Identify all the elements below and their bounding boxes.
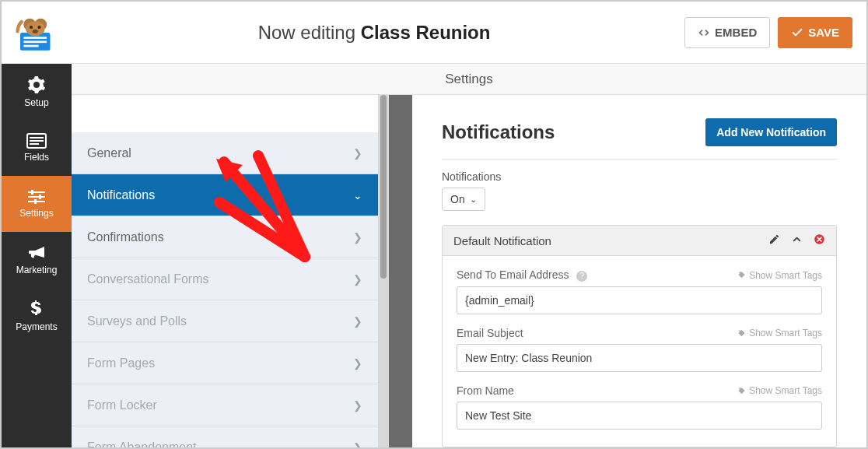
submenu-confirmations[interactable]: Confirmations ❯ bbox=[72, 216, 378, 258]
list-icon bbox=[26, 133, 47, 149]
submenu-label: Notifications bbox=[87, 188, 155, 202]
from-name-input[interactable] bbox=[457, 402, 822, 430]
nav-label: Settings bbox=[19, 208, 53, 219]
svg-rect-1 bbox=[23, 37, 47, 39]
nav-marketing[interactable]: Marketing bbox=[2, 232, 72, 288]
svg-point-8 bbox=[37, 25, 40, 28]
svg-rect-18 bbox=[39, 195, 41, 199]
notifications-toggle[interactable]: On ⌄ bbox=[442, 188, 485, 211]
nav-label: Marketing bbox=[16, 265, 58, 275]
logo bbox=[2, 11, 72, 54]
chevron-right-icon: ❯ bbox=[353, 273, 362, 286]
tag-icon bbox=[737, 387, 746, 395]
scrollbar-thumb[interactable] bbox=[380, 95, 387, 279]
svg-rect-19 bbox=[34, 199, 37, 204]
nav-label: Fields bbox=[24, 152, 49, 163]
tag-icon bbox=[737, 329, 746, 338]
submenu-surveys[interactable]: Surveys and Polls ❯ bbox=[72, 300, 378, 342]
editing-prefix: Now editing bbox=[258, 22, 355, 43]
save-button[interactable]: SAVE bbox=[778, 17, 852, 48]
chevron-right-icon: ❯ bbox=[353, 147, 362, 160]
nav-payments[interactable]: Payments bbox=[2, 288, 72, 344]
smart-tags-link[interactable]: Show Smart Tags bbox=[737, 385, 822, 396]
chevron-right-icon: ❯ bbox=[353, 399, 362, 412]
smart-tags-link[interactable]: Show Smart Tags bbox=[737, 270, 822, 281]
nav-label: Payments bbox=[16, 321, 57, 332]
submenu-formpages[interactable]: Form Pages ❯ bbox=[72, 342, 378, 384]
svg-rect-13 bbox=[30, 143, 39, 145]
submenu-label: Surveys and Polls bbox=[87, 314, 187, 328]
svg-point-9 bbox=[33, 29, 38, 33]
svg-point-7 bbox=[30, 25, 33, 28]
submenu-conversational[interactable]: Conversational Forms ❯ bbox=[72, 258, 378, 300]
chevron-right-icon: ❯ bbox=[353, 231, 362, 244]
svg-point-6 bbox=[26, 21, 45, 36]
smart-tags-link[interactable]: Show Smart Tags bbox=[737, 328, 822, 339]
code-icon bbox=[698, 26, 710, 39]
svg-rect-2 bbox=[23, 40, 47, 43]
settings-submenu: General ❯ Notifications ⌄ Confirmations … bbox=[72, 95, 389, 447]
chevron-down-icon: ⌄ bbox=[353, 189, 362, 202]
nav-label: Setup bbox=[24, 97, 48, 108]
svg-rect-14 bbox=[28, 191, 45, 193]
notification-card: Default Notification bbox=[442, 225, 837, 447]
subject-label: Email Subject bbox=[457, 327, 523, 339]
submenu-formlocker[interactable]: Form Locker ❯ bbox=[72, 384, 378, 426]
submenu-general[interactable]: General ❯ bbox=[72, 132, 378, 174]
subject-input[interactable] bbox=[457, 344, 822, 372]
help-icon[interactable]: ? bbox=[576, 271, 587, 282]
dollar-icon bbox=[30, 300, 43, 318]
panel-title: Settings bbox=[72, 64, 866, 95]
submenu-label: Form Locker bbox=[87, 398, 157, 412]
svg-rect-15 bbox=[28, 196, 45, 198]
chevron-right-icon: ❯ bbox=[353, 357, 362, 370]
panel-separator bbox=[389, 95, 412, 447]
main-nav: Setup Fields Settings Marketing Payments bbox=[2, 64, 72, 447]
nav-fields[interactable]: Fields bbox=[2, 120, 72, 176]
send-to-label: Send To Email Address ? bbox=[457, 268, 587, 282]
delete-icon[interactable] bbox=[814, 233, 825, 247]
gear-icon bbox=[27, 75, 46, 94]
svg-rect-3 bbox=[23, 44, 38, 47]
embed-button[interactable]: EMBED bbox=[684, 17, 770, 48]
from-name-label: From Name bbox=[457, 384, 514, 397]
tag-icon bbox=[737, 271, 746, 279]
panel-heading: Notifications bbox=[442, 121, 555, 143]
submenu-label: Form Pages bbox=[87, 356, 155, 370]
notifications-panel: Notifications Add New Notification Notif… bbox=[412, 95, 866, 447]
chevron-down-icon: ⌄ bbox=[470, 195, 477, 205]
sliders-icon bbox=[26, 189, 47, 205]
chevron-right-icon: ❯ bbox=[353, 441, 362, 450]
bullhorn-icon bbox=[27, 244, 46, 261]
submenu-abandonment[interactable]: Form Abandonment ❯ bbox=[72, 426, 378, 449]
submenu-notifications[interactable]: Notifications ⌄ bbox=[72, 174, 378, 216]
editing-title: Now editing Class Reunion bbox=[72, 22, 677, 44]
chevron-right-icon: ❯ bbox=[353, 315, 362, 328]
edit-icon[interactable] bbox=[768, 233, 780, 247]
send-to-input[interactable] bbox=[457, 286, 822, 314]
submenu-label: Conversational Forms bbox=[87, 272, 209, 286]
nav-setup[interactable]: Setup bbox=[2, 64, 72, 120]
card-title: Default Notification bbox=[453, 234, 758, 247]
add-notification-button[interactable]: Add New Notification bbox=[705, 118, 837, 146]
svg-rect-17 bbox=[31, 190, 33, 195]
svg-rect-11 bbox=[30, 137, 44, 139]
scrollbar[interactable] bbox=[378, 95, 389, 447]
nav-settings[interactable]: Settings bbox=[2, 176, 72, 232]
collapse-icon[interactable] bbox=[791, 233, 803, 247]
form-name: Class Reunion bbox=[361, 22, 491, 43]
svg-rect-12 bbox=[30, 140, 44, 142]
top-bar: Now editing Class Reunion EMBED SAVE bbox=[2, 2, 866, 64]
submenu-label: Confirmations bbox=[87, 230, 164, 244]
toggle-label: Notifications bbox=[442, 170, 837, 183]
submenu-label: Form Abandonment bbox=[87, 440, 197, 450]
submenu-label: General bbox=[87, 146, 131, 160]
check-icon bbox=[791, 26, 803, 39]
